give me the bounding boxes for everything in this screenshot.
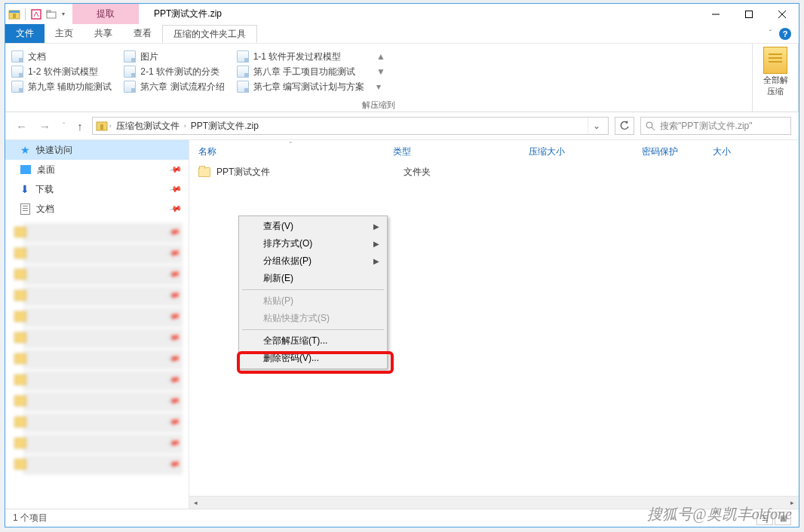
- sidebar-item-blurred[interactable]: 📌: [23, 286, 183, 306]
- qat-properties-icon[interactable]: [30, 8, 42, 20]
- minimize-button[interactable]: [699, 4, 732, 24]
- star-icon: ★: [20, 144, 30, 156]
- svg-rect-5: [47, 11, 51, 12]
- sidebar-item-blurred[interactable]: 📌: [23, 350, 183, 369]
- sidebar-documents[interactable]: 文档📌: [5, 199, 189, 219]
- details-view-button[interactable]: ☰: [756, 512, 773, 525]
- breadcrumb[interactable]: › 压缩包测试文件 › PPT测试文件.zip ⌄: [92, 117, 609, 135]
- extract-dest[interactable]: 1-2 软件测试模型: [11, 66, 112, 78]
- submenu-arrow-icon: ▶: [373, 257, 379, 265]
- folder-icon: [124, 66, 136, 78]
- breadcrumb-segment[interactable]: PPT测试文件.zip: [188, 120, 262, 133]
- document-icon: [20, 203, 30, 215]
- column-headers: 名称˄ 类型 压缩大小 密码保护 大小: [189, 140, 799, 163]
- sidebar-item-blurred[interactable]: 📌: [23, 371, 183, 390]
- col-type[interactable]: 类型: [393, 145, 529, 158]
- sidebar-item-blurred[interactable]: 📌: [23, 223, 183, 243]
- maximize-button[interactable]: [732, 4, 766, 24]
- sidebar-quick-access[interactable]: ★快速访问: [5, 140, 189, 160]
- sidebar-item-blurred[interactable]: 📌: [23, 392, 183, 411]
- sidebar-item-blurred[interactable]: 📌: [23, 265, 183, 285]
- col-size[interactable]: 大小: [713, 145, 761, 158]
- col-name[interactable]: 名称˄: [198, 145, 393, 158]
- forward-button: →: [36, 118, 54, 134]
- menu-paste-shortcut: 粘贴快捷方式(S): [241, 310, 385, 327]
- pin-icon: 📌: [169, 182, 183, 197]
- extract-all-group: 全部解 压缩: [753, 43, 799, 112]
- minimize-ribbon-icon[interactable]: ˇ: [769, 29, 772, 38]
- recent-locations-icon[interactable]: ˇ: [60, 121, 68, 132]
- content-area: ★快速访问 桌面📌 ⬇下载📌 文档📌 📌 📌 📌 📌 📌 📌 📌 📌 📌 📌 📌…: [5, 139, 799, 509]
- file-tab[interactable]: 文件: [5, 24, 44, 43]
- menu-refresh[interactable]: 刷新(E): [241, 270, 385, 287]
- contextual-tab-header: 提取: [72, 4, 139, 24]
- extract-dest[interactable]: 第九章 辅助功能测试: [11, 81, 112, 93]
- menu-remove-password[interactable]: 删除密码(V)...: [241, 350, 385, 367]
- menu-paste: 粘贴(P): [241, 292, 385, 310]
- extract-dest[interactable]: 第八章 手工项目功能测试: [237, 66, 364, 78]
- refresh-button[interactable]: [615, 117, 634, 135]
- sidebar-item-blurred[interactable]: 📌: [23, 434, 183, 454]
- icons-view-button[interactable]: ▦: [775, 512, 791, 525]
- menu-extract-all[interactable]: 全部解压缩(T)...: [241, 332, 385, 350]
- col-compressed-size[interactable]: 压缩大小: [529, 145, 642, 158]
- menu-view[interactable]: 查看(V)▶: [241, 218, 385, 235]
- close-button[interactable]: [766, 4, 799, 24]
- sidebar-item-blurred[interactable]: 📌: [23, 244, 183, 264]
- horizontal-scrollbar[interactable]: ◂ ▸: [189, 496, 799, 509]
- gallery-up-icon[interactable]: ▲: [376, 51, 385, 62]
- menu-sort[interactable]: 排序方式(O)▶: [241, 235, 385, 252]
- gallery-down-icon[interactable]: ▼: [376, 66, 385, 77]
- sidebar-item-blurred[interactable]: 📌: [23, 307, 183, 327]
- scroll-right-icon[interactable]: ▸: [786, 497, 799, 509]
- back-button[interactable]: ←: [13, 118, 30, 134]
- svg-rect-7: [746, 11, 753, 17]
- sidebar-downloads[interactable]: ⬇下载📌: [5, 179, 189, 199]
- extract-all-button[interactable]: 全部解 压缩: [753, 44, 798, 99]
- home-tab[interactable]: 主页: [44, 24, 84, 43]
- svg-rect-2: [13, 14, 16, 18]
- folder-icon: [237, 66, 249, 78]
- extract-dest[interactable]: 2-1 软件测试的分类: [124, 66, 224, 78]
- pin-icon: 📌: [169, 202, 183, 216]
- gallery-more-icon[interactable]: ▾: [376, 81, 385, 92]
- window-title: PPT测试文件.zip: [139, 4, 699, 24]
- sidebar-item-blurred[interactable]: 📌: [23, 413, 183, 433]
- menu-group[interactable]: 分组依据(P)▶: [241, 252, 385, 270]
- folder-icon: [198, 167, 210, 177]
- search-input[interactable]: 搜索"PPT测试文件.zip": [640, 117, 791, 135]
- explorer-window: ▾ 提取 PPT测试文件.zip 文件 主页 共享 查看 压缩的文件夹工具 ˇ …: [5, 3, 799, 527]
- extract-to-group: 文档 1-2 软件测试模型 第九章 辅助功能测试 图片 2-1 软件测试的分类 …: [5, 43, 753, 112]
- sidebar-desktop[interactable]: 桌面📌: [5, 160, 189, 179]
- download-icon: ⬇: [20, 183, 29, 195]
- folder-icon: [237, 50, 249, 63]
- extract-dest[interactable]: 图片: [124, 50, 224, 63]
- view-tab[interactable]: 查看: [123, 24, 162, 43]
- navigation-pane: ★快速访问 桌面📌 ⬇下载📌 文档📌 📌 📌 📌 📌 📌 📌 📌 📌 📌 📌 📌…: [5, 140, 189, 509]
- window-controls: [699, 4, 799, 24]
- breadcrumb-dropdown-icon[interactable]: ⌄: [588, 118, 605, 134]
- extract-dest[interactable]: 第六章 测试流程介绍: [124, 81, 224, 93]
- list-item[interactable]: PPT测试文件 文件夹: [189, 163, 799, 181]
- ribbon-tabs: 文件 主页 共享 查看 压缩的文件夹工具 ˇ ?: [5, 24, 799, 43]
- extract-dest[interactable]: 文档: [11, 50, 112, 63]
- share-tab[interactable]: 共享: [84, 24, 123, 43]
- sidebar-item-blurred[interactable]: 📌: [23, 329, 183, 348]
- scroll-left-icon[interactable]: ◂: [189, 497, 202, 509]
- qat-dropdown-icon[interactable]: ▾: [60, 11, 66, 17]
- sidebar-item-blurred[interactable]: 📌: [23, 455, 183, 475]
- help-icon[interactable]: ?: [779, 28, 791, 40]
- qat-new-folder-icon[interactable]: [45, 8, 57, 20]
- ribbon: 文档 1-2 软件测试模型 第九章 辅助功能测试 图片 2-1 软件测试的分类 …: [5, 43, 799, 112]
- compressed-folder-tools-tab[interactable]: 压缩的文件夹工具: [162, 25, 257, 43]
- folder-icon: [124, 50, 136, 63]
- quick-access-toolbar: ▾: [5, 4, 69, 24]
- folder-icon: [237, 81, 249, 93]
- status-bar: 1 个项目 ☰ ▦: [5, 509, 799, 527]
- extract-dest[interactable]: 1-1 软件开发过程模型: [237, 50, 364, 63]
- col-password[interactable]: 密码保护: [642, 145, 713, 158]
- breadcrumb-segment[interactable]: 压缩包测试文件: [113, 120, 183, 133]
- extract-dest[interactable]: 第七章 编写测试计划与方案: [237, 81, 364, 93]
- up-button[interactable]: ↑: [74, 118, 86, 134]
- svg-rect-11: [100, 124, 103, 130]
